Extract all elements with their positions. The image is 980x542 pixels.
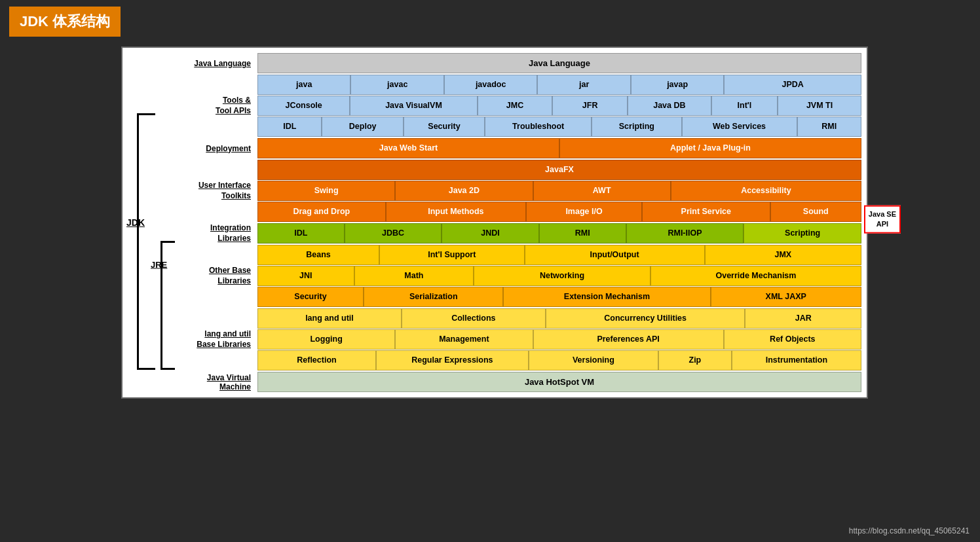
page-title: JDK 体系结构 — [20, 13, 110, 29]
other-base-label: Other BaseLibraries — [185, 245, 257, 307]
jre-label: JRE — [151, 260, 167, 270]
other-base-section: Other BaseLibraries Beans Int'l Support … — [185, 245, 861, 307]
ui-toolkits-section: User InterfaceToolkits JavaFX Swing Java… — [185, 160, 861, 222]
tools-label: Tools &Tool APIs — [185, 75, 257, 137]
jvm-content: Java HotSpot VM — [257, 372, 861, 392]
ui-toolkits-label: User InterfaceToolkits — [185, 160, 257, 222]
java-language-content: Java Language — [257, 53, 861, 73]
lang-util-section: lang and utilBase Libraries lang and uti… — [185, 308, 861, 370]
java-language-section: Java Language Java Language — [185, 53, 861, 73]
integration-section: IntegrationLibraries IDL JDBC JNDI RMI R… — [185, 223, 861, 244]
deployment-label: Deployment — [185, 138, 257, 158]
java-language-label: Java Language — [185, 53, 257, 73]
jvm-label: Java Virtual Machine — [185, 372, 257, 392]
tools-section: Tools &Tool APIs java javac javadoc jar … — [185, 75, 861, 137]
diagram-container: JDK JRE Java SEAPI Java Language Java La… — [121, 46, 868, 399]
jdk-label: JDK — [126, 217, 145, 228]
integration-label: IntegrationLibraries — [185, 223, 257, 244]
jvm-section: Java Virtual Machine Java HotSpot VM — [185, 372, 861, 392]
java-se-api-box: Java SEAPI — [864, 205, 901, 233]
jdk-bracket — [137, 113, 155, 370]
content-area: Java Language Java Language Tools &Tool … — [185, 53, 861, 392]
title-bar: JDK 体系结构 — [0, 0, 980, 43]
lang-util-label: lang and utilBase Libraries — [185, 308, 257, 370]
url-label: https://blog.csdn.net/qq_45065241 — [849, 526, 970, 535]
tools-content: java javac javadoc jar javap JPDA JConso… — [257, 75, 861, 137]
deployment-section: Deployment Java Web Start Applet / Java … — [185, 138, 861, 158]
